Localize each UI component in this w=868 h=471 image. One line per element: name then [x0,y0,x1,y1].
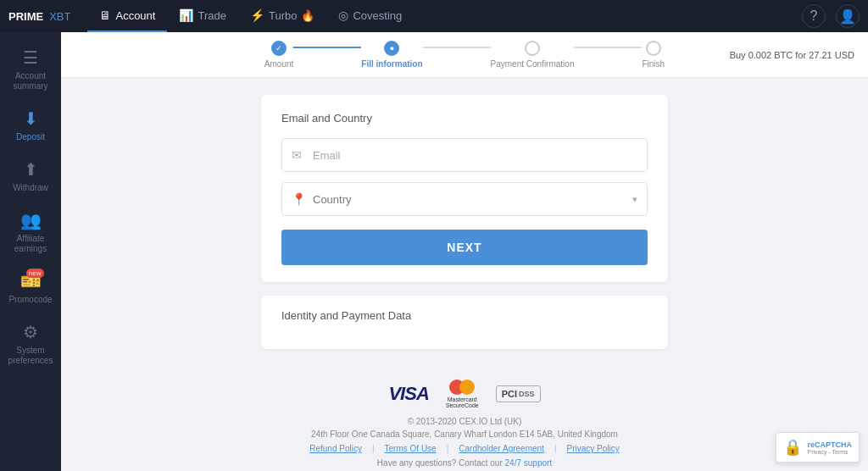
email-input-group: ✉ [281,138,648,172]
recaptcha-brand: reCAPTCHA [807,441,852,449]
fire-icon: 🔥 [301,9,314,22]
sidebar-item-system[interactable]: ⚙ System preferences [0,315,61,373]
recaptcha-badge: 🔒 reCAPTCHA Privacy - Terms [776,432,860,463]
stepper-header: ✓ Amount ● Fill information Payment Conf… [61,32,868,78]
privacy-link[interactable]: Privacy Policy [567,444,620,453]
stepper: ✓ Amount ● Fill information Payment Conf… [264,41,665,69]
step-circle-fill: ● [384,41,399,56]
email-icon: ✉ [292,148,302,162]
system-label: System preferences [3,346,58,366]
step-circle-amount: ✓ [271,41,287,56]
step-line-3 [574,47,642,48]
footer-links: Refund Policy | Terms Of Use | Cardholde… [61,444,868,453]
step-payment: Payment Confirmation [491,41,575,69]
step-label-amount: Amount [264,59,293,69]
step-finish: Finish [642,41,665,69]
mastercard-logo: MastercardSecureCode [446,380,479,408]
deposit-label: Deposit [16,132,45,142]
step-label-payment: Payment Confirmation [491,59,575,69]
identity-card: Identity and Payment Data [261,296,668,349]
nav-tab-account-label: Account [115,9,155,22]
next-button[interactable]: NEXT [281,230,648,265]
withdraw-label: Withdraw [13,183,48,193]
mastercard-text: MastercardSecureCode [446,396,479,408]
account-nav-icon: 🖥 [99,8,111,22]
footer-address: 24th Floor One Canada Square, Canary Wha… [61,429,868,439]
trade-nav-icon: 📊 [179,8,193,22]
footer-copyright: © 2013-2020 CEX.IO Ltd (UK) [61,417,868,426]
nav-tab-account[interactable]: 🖥 Account [87,0,167,32]
country-select-group: 📍 Country United States United Kingdom G… [281,182,648,216]
step-circle-payment [525,41,540,56]
step-line-2 [423,47,491,48]
terms-link[interactable]: Terms Of Use [385,444,437,453]
step-amount: ✓ Amount [264,41,293,69]
user-button[interactable]: 👤 [836,4,860,28]
logo-xbt: XBT [49,10,70,23]
sidebar-item-withdraw[interactable]: ⬆ Withdraw [0,152,61,200]
help-button[interactable]: ? [802,4,826,28]
nav-tab-turbo-label: Turbo [269,9,297,22]
nav-tab-covesting[interactable]: ◎ Covesting [326,0,414,32]
country-select[interactable]: Country United States United Kingdom Ger… [281,182,648,216]
system-icon: ⚙ [23,322,38,342]
pci-text: PCI [502,389,517,399]
nav-tab-trade-label: Trade [198,9,225,22]
recaptcha-icon: 🔒 [783,438,802,457]
footer-contact: Have any questions? Contact our 24/7 sup… [61,458,868,468]
step-line-1 [293,47,361,48]
main-layout: ☰ Accountsummary ⬇ Deposit ⬆ Withdraw 👥 … [0,32,868,471]
withdraw-icon: ⬆ [24,159,38,180]
nav-tab-covesting-label: Covesting [353,9,402,22]
covesting-nav-icon: ◎ [338,8,348,22]
mc-yellow-circle [459,380,475,395]
location-icon: 📍 [292,192,306,206]
form-area: Email and Country ✉ 📍 Country United Sta… [61,78,868,366]
footer: VISA MastercardSecureCode PCI DSS © 2013… [61,366,868,471]
step-circle-finish [646,41,661,56]
email-country-card: Email and Country ✉ 📍 Country United Sta… [261,95,668,282]
mastercard-circles [449,380,475,395]
email-country-title: Email and Country [281,112,648,125]
buy-info: Buy 0.002 BTC for 27.21 USD [730,50,854,60]
identity-title: Identity and Payment Data [281,309,648,322]
nav-tab-trade[interactable]: 📊 Trade [167,0,237,32]
sidebar-item-affiliate[interactable]: 👥 Affiliate earnings [0,203,61,261]
refund-policy-link[interactable]: Refund Policy [309,444,362,453]
sidebar: ☰ Accountsummary ⬇ Deposit ⬆ Withdraw 👥 … [0,32,61,471]
affiliate-icon: 👥 [20,210,42,230]
promocode-badge: new [26,269,44,278]
turbo-nav-icon: ⚡ [250,8,264,22]
logo-prime: PRIME [8,10,43,23]
pci-logo: PCI DSS [496,385,541,402]
visa-logo: VISA [388,383,428,405]
payment-logos: VISA MastercardSecureCode PCI DSS [61,380,868,408]
promocode-label: Promocode [8,295,52,305]
sidebar-item-deposit[interactable]: ⬇ Deposit [0,102,61,149]
logo: PRIME XBT [8,10,70,23]
step-label-fill: Fill information [361,59,422,69]
recaptcha-text: reCAPTCHA Privacy - Terms [807,441,852,455]
recaptcha-subtext: Privacy - Terms [807,449,852,455]
nav-tab-turbo[interactable]: ⚡ Turbo 🔥 [238,0,326,32]
account-summary-label: Accountsummary [13,71,47,91]
step-label-finish: Finish [642,59,665,69]
dss-text: DSS [519,390,535,398]
account-summary-icon: ☰ [23,47,38,68]
support-link[interactable]: 24/7 support [505,458,553,468]
sidebar-item-promocode[interactable]: 🎫 new Promocode [0,264,61,312]
step-fill-info: ● Fill information [361,41,422,69]
cardholder-link[interactable]: Cardholder Agreement [459,444,544,453]
affiliate-label: Affiliate earnings [3,234,58,254]
sidebar-item-account-summary[interactable]: ☰ Accountsummary [0,41,61,98]
top-navigation: PRIME XBT 🖥 Account 📊 Trade ⚡ Turbo 🔥 ◎ … [0,0,868,32]
content-area: ✓ Amount ● Fill information Payment Conf… [61,32,868,471]
nav-right-actions: ? 👤 [802,4,860,28]
deposit-icon: ⬇ [24,108,38,129]
email-input[interactable] [281,138,648,172]
